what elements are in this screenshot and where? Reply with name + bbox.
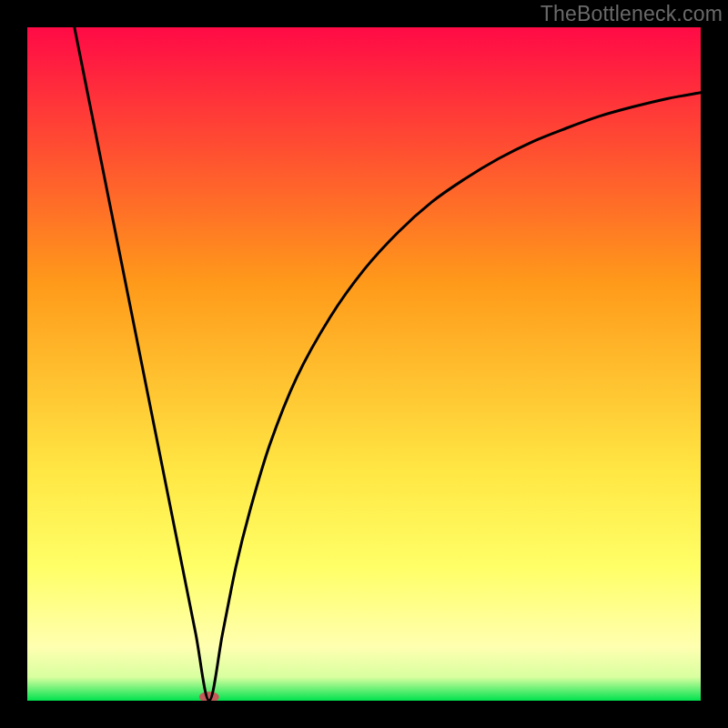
chart-svg — [27, 27, 701, 701]
plot-area — [27, 27, 701, 701]
chart-frame: TheBottleneck.com — [0, 0, 728, 728]
watermark-text: TheBottleneck.com — [541, 2, 723, 26]
gradient-bg — [27, 27, 701, 701]
